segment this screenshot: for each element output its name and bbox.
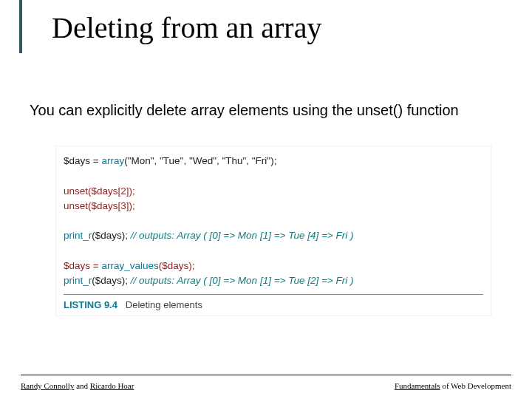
- code-blank: [64, 244, 483, 259]
- code-blank: [64, 168, 483, 183]
- code-func: print_r: [64, 275, 92, 286]
- accent-bar: [19, 0, 22, 53]
- slide-title: Deleting from an array: [52, 10, 321, 45]
- footer-divider: [21, 375, 511, 375]
- code-line: unset($days[2]);: [64, 184, 483, 199]
- author-name: Ricardo Hoar: [90, 381, 134, 390]
- code-line: $days = array_values($days);: [64, 259, 483, 273]
- code-text: ($days);: [92, 275, 131, 286]
- footer-authors: Randy Connolly and Ricardo Hoar: [21, 381, 134, 390]
- listing-title: Deleting elements: [126, 299, 202, 310]
- listing-caption: LISTING 9.4 Deleting elements: [64, 298, 483, 313]
- book-word: Fundamentals: [395, 381, 440, 390]
- code-comment: // outputs: Array ( [0] => Mon [1] => Tu…: [131, 275, 354, 286]
- author-name: Randy Connolly: [21, 381, 74, 390]
- book-rest: of Web Development: [440, 381, 511, 390]
- code-text: ($days);: [92, 230, 131, 241]
- code-blank: [64, 214, 483, 228]
- code-comment: // outputs: Array ( [0] => Mon [1] => Tu…: [131, 230, 354, 241]
- code-text: $days =: [64, 155, 101, 166]
- code-func: array_values: [101, 260, 158, 271]
- code-line: print_r($days); // outputs: Array ( [0] …: [64, 228, 483, 243]
- listing-number: LISTING 9.4: [64, 299, 117, 310]
- code-listing: $days = array("Mon", "Tue", "Wed", "Thu"…: [56, 146, 491, 316]
- code-line: print_r($days); // outputs: Array ( [0] …: [64, 273, 483, 288]
- author-sep: and: [74, 381, 89, 390]
- slide-body: You can explicitly delete array elements…: [30, 102, 459, 119]
- code-text: ($days);: [159, 260, 195, 271]
- listing-divider: [64, 294, 483, 295]
- code-func: print_r: [64, 230, 92, 241]
- code-text: $days =: [64, 260, 101, 271]
- code-keyword: array: [101, 155, 124, 166]
- footer-book: Fundamentals of Web Development: [395, 381, 511, 390]
- code-line: unset($days[3]);: [64, 199, 483, 214]
- code-line: $days = array("Mon", "Tue", "Wed", "Thu"…: [64, 154, 483, 168]
- code-text: ("Mon", "Tue", "Wed", "Thu", "Fri");: [124, 155, 276, 166]
